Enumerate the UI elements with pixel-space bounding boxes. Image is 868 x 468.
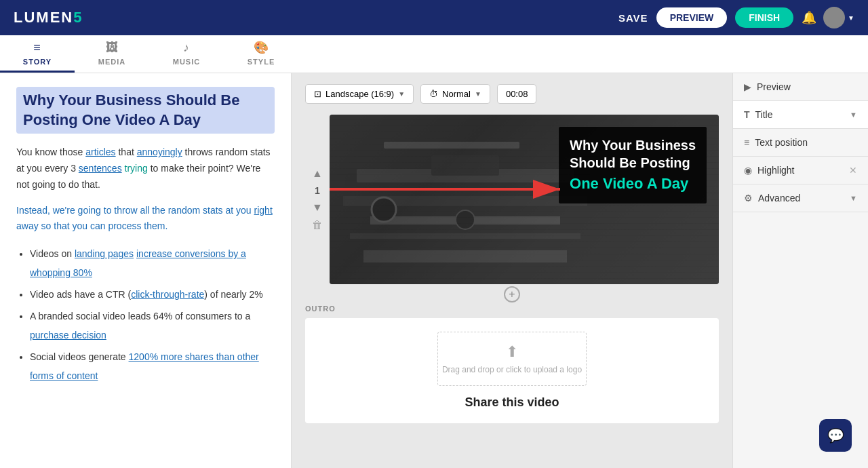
tab-media[interactable]: 🖼 MEDIA: [75, 35, 149, 73]
save-button[interactable]: SAVE: [618, 12, 648, 24]
layout-icon: ⊡: [314, 89, 321, 99]
highlight-close-icon[interactable]: ✕: [849, 165, 857, 176]
slide1-controls: ▲ 1 ▼ 🗑: [305, 115, 330, 284]
outro-slide: ⬆ Drag and drop or click to upload a log…: [305, 318, 719, 423]
link-trying[interactable]: trying: [125, 163, 148, 174]
link-right[interactable]: right: [254, 205, 273, 216]
bell-icon[interactable]: 🔔: [802, 10, 816, 25]
svg-rect-4: [350, 233, 580, 239]
link-articles[interactable]: articles: [85, 147, 115, 157]
right-panel-text-position[interactable]: ≡ Text position: [733, 129, 868, 157]
topnav-right: SAVE PREVIEW FINISH 🔔 ▼: [618, 7, 854, 28]
logo: LUMEN5: [14, 9, 83, 26]
svg-rect-5: [363, 250, 567, 262]
text-position-left: ≡ Text position: [744, 137, 808, 148]
story-icon: ≡: [33, 41, 41, 55]
time-display: 00:08: [497, 84, 537, 104]
svg-rect-8: [431, 155, 499, 176]
advanced-label: Advanced: [758, 193, 800, 203]
bullet-list: Videos on landing pages increase convers…: [16, 244, 275, 385]
link-shares[interactable]: 1200% more shares than other forms of co…: [30, 351, 259, 381]
title-caret-icon: ▼: [850, 111, 857, 119]
slide-text-line1: Why Your BusinessShould Be Posting: [570, 136, 696, 172]
advanced-caret-icon: ▼: [850, 194, 857, 202]
svg-point-6: [372, 197, 396, 222]
svg-point-7: [456, 210, 475, 229]
upload-text: Drag and drop or click to upload a logo: [442, 365, 582, 374]
slide1-number: 1: [315, 185, 320, 196]
tab-music[interactable]: ♪ MUSIC: [149, 35, 224, 73]
upload-icon: ⬆: [506, 343, 518, 361]
link-purchase[interactable]: purchase decision: [30, 330, 106, 340]
left-panel: Why Your Business Should Be Posting One …: [0, 73, 292, 468]
title-icon: T: [744, 109, 750, 120]
pacing-label: Normal: [442, 89, 471, 99]
canvas-toolbar: ⊡ Landscape (16:9) ▼ ⏱ Normal ▼ 00:08: [305, 84, 719, 104]
article-body1: You know those articles that annoyingly …: [16, 144, 275, 193]
avatar: [823, 7, 845, 28]
finish-button[interactable]: FINISH: [735, 7, 793, 28]
main-layout: Why Your Business Should Be Posting One …: [0, 73, 868, 468]
slide1-wrapper: ▲ 1 ▼ 🗑: [305, 115, 719, 284]
slide-text-overlay: Why Your BusinessShould Be Posting One V…: [559, 127, 707, 203]
list-item-3: A branded social video leads 64% of cons…: [30, 307, 275, 345]
add-slide-button[interactable]: +: [305, 284, 719, 305]
upload-logo-box[interactable]: ⬆ Drag and drop or click to upload a log…: [437, 332, 587, 386]
tab-music-label: MUSIC: [173, 58, 200, 66]
topnav: LUMEN5 SAVE PREVIEW FINISH 🔔 ▼: [0, 0, 868, 35]
preview-button[interactable]: PREVIEW: [656, 7, 728, 28]
outro-label: OUTRO: [305, 305, 719, 313]
right-panel: ▶ Preview T Title ▼ ≡ Text position ◉ Hi…: [732, 73, 868, 468]
preview-item-left: ▶ Preview: [744, 81, 791, 92]
link-landing-pages[interactable]: landing pages: [75, 248, 134, 259]
layout-label: Landscape (16:9): [326, 89, 394, 99]
advanced-item-left: ⚙ Advanced: [744, 193, 800, 203]
text-position-label: Text position: [755, 137, 808, 148]
layout-caret: ▼: [398, 90, 405, 98]
style-icon: 🎨: [254, 40, 269, 55]
music-icon: ♪: [183, 41, 190, 55]
link-ctr[interactable]: click-through-rate: [131, 289, 204, 300]
share-title: Share this video: [465, 395, 559, 410]
pacing-caret: ▼: [475, 90, 481, 98]
link-annoyingly[interactable]: annoyingly: [137, 147, 182, 157]
list-item-2: Video ads have a CTR (click-through-rate…: [30, 285, 275, 304]
chat-icon: 💬: [827, 427, 844, 444]
slide1-canvas[interactable]: Why Your BusinessShould Be Posting One V…: [330, 115, 719, 284]
right-panel-preview[interactable]: ▶ Preview: [733, 73, 868, 101]
right-panel-highlight[interactable]: ◉ Highlight ✕: [733, 157, 868, 184]
right-panel-advanced[interactable]: ⚙ Advanced ▼: [733, 184, 868, 212]
circle-plus-icon: +: [504, 286, 520, 303]
highlight-item-left: ◉ Highlight: [744, 165, 794, 176]
play-icon: ▶: [744, 81, 751, 92]
right-panel-title[interactable]: T Title ▼: [733, 101, 868, 129]
article-title[interactable]: Why Your Business Should Be Posting One …: [16, 87, 275, 134]
title-label: Title: [755, 109, 773, 120]
link-sentences[interactable]: sentences: [79, 163, 122, 174]
chat-fab-button[interactable]: 💬: [819, 419, 852, 452]
svg-rect-9: [384, 142, 519, 149]
advanced-icon: ⚙: [744, 193, 753, 203]
list-item-4: Social videos generate 1200% more shares…: [30, 347, 275, 385]
tab-story[interactable]: ≡ STORY: [0, 35, 75, 73]
text-position-icon: ≡: [744, 137, 749, 148]
slide-text-line2: One Video A Day: [570, 174, 696, 194]
slide-delete-button[interactable]: 🗑: [312, 219, 323, 231]
layout-dropdown[interactable]: ⊡ Landscape (16:9) ▼: [305, 84, 414, 104]
title-item-left: T Title: [744, 109, 773, 120]
slide-down-button[interactable]: ▼: [312, 201, 323, 214]
list-item-1: Videos on landing pages increase convers…: [30, 244, 275, 282]
pacing-dropdown[interactable]: ⏱ Normal ▼: [420, 84, 490, 104]
avatar-wrap[interactable]: ▼: [823, 7, 854, 28]
preview-label: Preview: [757, 81, 791, 92]
slide1-image: Why Your BusinessShould Be Posting One V…: [330, 115, 719, 284]
avatar-caret: ▼: [848, 14, 854, 22]
tab-story-label: STORY: [23, 58, 52, 66]
article-body2: Instead, we're going to throw all the ra…: [16, 203, 275, 235]
tab-style-label: STYLE: [248, 58, 275, 66]
slide-up-button[interactable]: ▲: [312, 168, 323, 180]
link-increase[interactable]: increase conversions by a whopping 80%: [30, 248, 246, 278]
tab-style[interactable]: 🎨 STYLE: [224, 35, 298, 73]
highlight-icon: ◉: [744, 165, 752, 176]
pacing-icon: ⏱: [429, 89, 438, 99]
